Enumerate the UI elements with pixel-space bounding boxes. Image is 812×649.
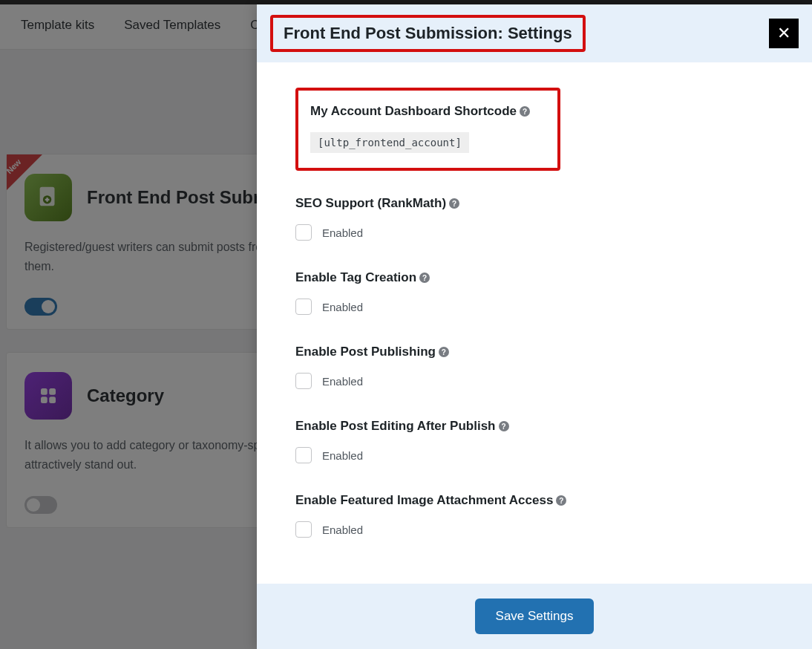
checkbox-label: Enabled [322, 449, 363, 462]
checkbox-label: Enabled [322, 524, 363, 536]
save-settings-button[interactable]: Save Settings [475, 599, 595, 634]
close-button[interactable]: ✕ [769, 19, 799, 48]
highlight-shortcode: My Account Dashboard Shortcode ? [ultp_f… [295, 88, 560, 171]
checkbox-seo[interactable] [295, 224, 312, 241]
checkbox-featured[interactable] [295, 521, 312, 538]
help-icon[interactable]: ? [556, 495, 566, 506]
setting-edit: Enable Post Editing After Publish? Enabl… [295, 419, 773, 463]
setting-publish: Enable Post Publishing? Enabled [295, 345, 773, 389]
modal-title: Front End Post Submission: Settings [284, 24, 572, 43]
help-icon[interactable]: ? [449, 198, 459, 209]
setting-tag: Enable Tag Creation? Enabled [295, 270, 773, 315]
checkbox-edit[interactable] [295, 447, 312, 463]
settings-modal: Front End Post Submission: Settings ✕ My… [257, 4, 812, 649]
close-icon: ✕ [777, 24, 790, 43]
setting-featured: Enable Featured Image Attachment Access?… [295, 493, 773, 538]
checkbox-label: Enabled [322, 375, 363, 388]
shortcode-label: My Account Dashboard Shortcode ? [310, 104, 546, 119]
help-icon[interactable]: ? [499, 421, 509, 431]
help-icon[interactable]: ? [439, 347, 449, 357]
checkbox-label: Enabled [322, 226, 363, 239]
setting-seo: SEO Support (RankMath)? Enabled [295, 196, 773, 241]
shortcode-value[interactable]: [ultp_frontend_account] [310, 132, 469, 153]
highlight-title: Front End Post Submission: Settings [270, 15, 586, 52]
checkbox-publish[interactable] [295, 373, 312, 389]
checkbox-tag[interactable] [295, 299, 312, 315]
help-icon[interactable]: ? [419, 273, 430, 283]
help-icon[interactable]: ? [520, 106, 530, 117]
checkbox-label: Enabled [322, 301, 363, 313]
